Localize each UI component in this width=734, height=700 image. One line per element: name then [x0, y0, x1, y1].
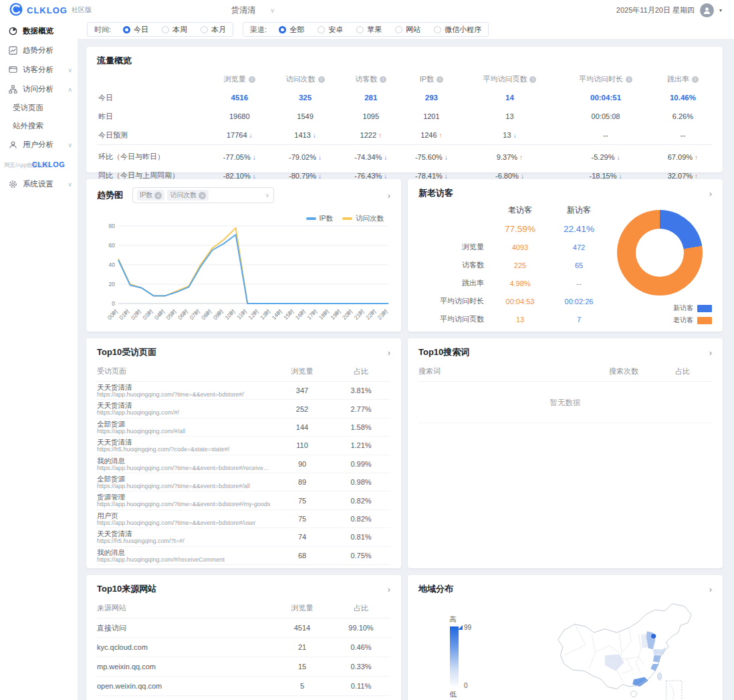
page-pct: 0.99% — [332, 460, 390, 468]
metric-value: 67.09%↑ — [654, 145, 712, 166]
sidebar-item-user-analysis[interactable]: 用户分析 ∨ — [0, 135, 78, 154]
sidebar-subitem-visited-pages[interactable]: 受访页面 — [0, 99, 78, 117]
remove-tag-icon[interactable]: × — [154, 192, 162, 199]
donut-legend-item-新访客[interactable]: 新访客 — [673, 304, 712, 313]
value-text: 1413 — [294, 131, 310, 139]
legend-item-IP数[interactable]: IP数 — [306, 214, 333, 223]
table-row[interactable]: 货源管理https://app.huoqingqing.com/?time=&&… — [97, 491, 390, 509]
table-row[interactable]: 用户页https://app.huoqingqing.com/?time=&&e… — [97, 510, 390, 528]
metric-value: 9.37%↑ — [462, 145, 558, 166]
legend-item-访问次数[interactable]: 访问次数 — [342, 214, 384, 223]
table-row[interactable]: 我的消息https://app.huoqingqing.com/#/receiv… — [97, 547, 390, 565]
sidebar-item-label: 趋势分析 — [23, 45, 53, 55]
channel-filter-label: 渠道: — [250, 25, 267, 35]
table-row[interactable]: 天天货清清https://app.huoqingqing.com/#/2522.… — [97, 400, 390, 418]
svg-text:23时: 23时 — [376, 308, 390, 321]
legend-label: 老访客 — [673, 316, 693, 325]
current-date: 2025年11月20日 星期四 — [616, 5, 695, 15]
value-text: 6.26% — [672, 112, 693, 120]
table-row[interactable]: 天天货清清https://h5.huoqingqing.com/?code=&s… — [97, 437, 390, 455]
traffic-overview-table: 浏览量i访问次数i访客数iIP数i平均访问页数i平均访问时长i跳出率i 今日45… — [97, 70, 712, 185]
value-text: -77.05% — [223, 153, 251, 161]
card-more-arrow[interactable]: › — [709, 348, 712, 357]
column-header: 访客数i — [341, 70, 402, 88]
table-row: 今日45163252812931400:04:5110.46% — [97, 88, 712, 107]
arrow-up-icon: ↑ — [378, 132, 382, 139]
card-more-arrow[interactable]: › — [388, 191, 390, 200]
legend-marker-icon — [458, 625, 463, 630]
table-header: 搜索词 搜索次数 占比 — [418, 366, 712, 382]
column-header: 平均访问页数i — [462, 70, 558, 88]
table-row[interactable]: open.weixin.qq.com50.11% — [97, 677, 390, 696]
topbar: CLKLOG 社区版 货清清 ∨ 2025年11月20日 星期四 ▾ — [0, 0, 734, 20]
radio-option-微信小程序[interactable]: 微信小程序 — [434, 25, 481, 35]
value-text: 19680 — [229, 112, 250, 120]
avatar[interactable] — [700, 3, 714, 17]
value-text: 325 — [299, 94, 312, 102]
metric-value: 13↓ — [462, 126, 558, 145]
sidebar-item-data-overview[interactable]: 数据概览 — [0, 21, 78, 41]
table-row[interactable]: 我的消息https://app.huoqingqing.com/?time=&&… — [97, 455, 390, 473]
value-text: 1549 — [297, 112, 313, 120]
radio-label: 全部 — [289, 25, 304, 35]
column-header: IP数i — [401, 70, 462, 88]
table-row[interactable]: 天天货清清https://app.huoqingqing.com/?time=&… — [97, 382, 390, 400]
radio-option-本月[interactable]: 本月 — [201, 25, 226, 35]
svg-text:07时: 07时 — [189, 308, 202, 321]
trend-chart-card: 趋势图 IP数 × 访问次数 × ∨ › IP数访问次数 02040608000… — [86, 179, 401, 332]
visitors-stats-table: 老访客新访客77.59%22.41%浏览量4093472访客数22565跳出率4… — [422, 201, 608, 328]
card-more-arrow[interactable]: › — [709, 585, 712, 594]
row-label: 今日 — [97, 88, 209, 107]
old-visitor-value: 4.98% — [491, 275, 549, 291]
svg-text:40: 40 — [109, 261, 116, 268]
project-select[interactable]: 货清清 ∨ — [231, 5, 275, 16]
radio-label: 安卓 — [328, 25, 343, 35]
radio-option-今日[interactable]: 今日 — [123, 25, 148, 35]
new-visitor-value: 00:02:26 — [549, 294, 608, 310]
card-more-arrow[interactable]: › — [388, 348, 390, 357]
table-row[interactable]: 全部货源https://app.huoqingqing.com/#/all144… — [97, 419, 390, 437]
card-more-arrow[interactable]: › — [709, 189, 712, 198]
radio-option-本周[interactable]: 本周 — [162, 25, 187, 35]
info-icon: i — [692, 76, 699, 83]
sidebar-subitem-external-search[interactable]: 站外搜索 — [0, 117, 78, 135]
remove-tag-icon[interactable]: × — [199, 192, 206, 199]
radio-option-苹果[interactable]: 苹果 — [356, 25, 382, 35]
table-row[interactable]: mp.weixin.qq.com150.33% — [97, 657, 390, 677]
table-row[interactable]: kyc.qcloud.com210.46% — [97, 638, 390, 657]
metric-select[interactable]: IP数 × 访问次数 × ∨ — [132, 187, 274, 203]
source-views: 4514 — [273, 624, 332, 632]
radio-option-网站[interactable]: 网站 — [395, 25, 420, 35]
metric-value: 281 — [341, 88, 402, 107]
table-row[interactable]: 直接访问451499.10% — [97, 618, 390, 638]
sidebar-item-visit-analysis[interactable]: 访问分析 ∧ — [0, 80, 78, 99]
page-title: 我的消息 — [97, 457, 273, 465]
table-row[interactable]: 全部货源https://app.huoqingqing.com/?time=&&… — [97, 473, 390, 491]
svg-text:14时: 14时 — [271, 308, 284, 321]
legend-label: 访问次数 — [356, 214, 384, 223]
time-filter-group: 时间: 今日本周本月 — [87, 22, 233, 37]
page-views: 75 — [273, 497, 332, 505]
chevron-down-icon[interactable]: ▾ — [719, 7, 722, 13]
china-map[interactable] — [531, 598, 725, 700]
radio-option-安卓[interactable]: 安卓 — [318, 25, 343, 35]
sidebar-item-trend-analysis[interactable]: 趋势分析 — [0, 41, 78, 60]
source-views: 5 — [273, 682, 332, 690]
sidebar-item-visitor-analysis[interactable]: 访客分析 ∨ — [0, 60, 78, 80]
column-header: 访问次数i — [270, 70, 341, 88]
legend-marker — [342, 217, 352, 220]
page-url: https://app.huoqingqing.com/#/ — [97, 409, 273, 416]
spacer — [422, 225, 491, 233]
page-url: https://app.huoqingqing.com/?time=&&even… — [97, 519, 273, 526]
card-more-arrow[interactable]: › — [388, 585, 390, 594]
radio-option-全部[interactable]: 全部 — [279, 25, 304, 35]
donut-legend-item-老访客[interactable]: 老访客 — [673, 316, 712, 325]
column-header: 平均访问时长i — [558, 70, 654, 88]
chevron-down-icon: ∨ — [270, 7, 275, 14]
sidebar-item-system-settings[interactable]: 系统设置 ∨ — [0, 174, 78, 194]
topbar-right: 2025年11月20日 星期四 ▾ — [616, 3, 734, 17]
table-row[interactable]: 天天货清清https://h5.huoqingqing.com/?t=#/740… — [97, 528, 390, 546]
stat-label: 跳出率 — [422, 274, 491, 292]
sidebar: 数据概览 趋势分析 访客分析 ∨ 访问分析 ∧ 受访页面 站外搜索 用户分析 ∨… — [0, 20, 78, 700]
radio-label: 网站 — [406, 25, 420, 35]
